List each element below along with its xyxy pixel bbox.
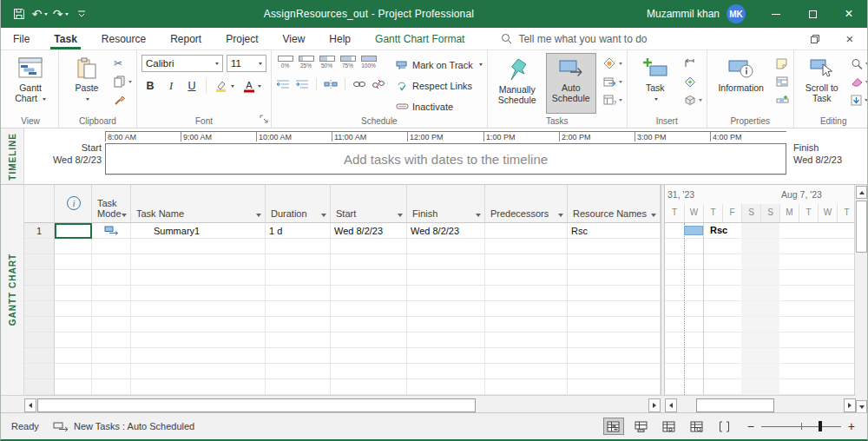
insert-summary-task-button[interactable] — [684, 56, 702, 70]
filter-icon[interactable] — [321, 214, 326, 217]
finish-cell[interactable]: Wed 8/2/23 — [407, 223, 485, 239]
table-cell[interactable] — [485, 364, 568, 379]
row-number-cell[interactable] — [24, 254, 55, 270]
table-cell[interactable] — [131, 379, 266, 395]
tab-report[interactable]: Report — [158, 28, 214, 49]
add-to-timeline-button[interactable] — [776, 93, 789, 107]
task-notes-button[interactable] — [776, 56, 789, 70]
info-column-header[interactable]: i — [55, 185, 92, 223]
table-cell[interactable] — [485, 348, 568, 364]
table-cell[interactable] — [407, 254, 485, 270]
horizontal-scroll-thumb[interactable] — [696, 398, 774, 412]
table-cell[interactable] — [92, 348, 131, 364]
table-cell[interactable] — [131, 286, 266, 301]
paste-button[interactable]: Paste — [63, 53, 110, 114]
table-cell[interactable] — [485, 332, 568, 348]
table-cell[interactable] — [485, 270, 568, 286]
table-cell[interactable] — [407, 270, 485, 286]
table-cell[interactable] — [485, 239, 568, 254]
predecessors-cell[interactable] — [485, 223, 568, 239]
table-cell[interactable] — [92, 301, 131, 317]
table-cell[interactable] — [331, 286, 407, 301]
restore-down-button[interactable] — [798, 28, 832, 49]
view-gantt-chart-button[interactable] — [603, 418, 624, 435]
column-header-start[interactable]: Start — [331, 185, 407, 223]
table-cell[interactable] — [485, 254, 568, 270]
scroll-down-button[interactable] — [856, 400, 867, 413]
row-number-cell[interactable] — [24, 348, 55, 364]
table-cell[interactable] — [568, 332, 661, 348]
table-cell[interactable] — [266, 364, 331, 379]
table-cell[interactable] — [55, 332, 92, 348]
view-report-button[interactable] — [714, 418, 735, 435]
scroll-left-button[interactable] — [665, 398, 677, 412]
table-cell[interactable] — [131, 364, 266, 379]
table-cell[interactable] — [568, 254, 661, 270]
manually-schedule-button[interactable]: Manually Schedule — [492, 53, 542, 114]
inactivate-button[interactable]: Inactivate — [396, 98, 483, 115]
table-cell[interactable] — [92, 254, 131, 270]
table-cell[interactable] — [55, 301, 92, 317]
redo-button[interactable]: ↷ — [51, 3, 70, 24]
close-document-button[interactable]: × — [832, 28, 867, 49]
row-number-cell[interactable] — [24, 317, 55, 332]
column-header-duration[interactable]: Duration — [266, 185, 331, 223]
tab-resource[interactable]: Resource — [89, 28, 158, 49]
filter-icon[interactable] — [476, 214, 481, 217]
filter-icon[interactable] — [256, 214, 261, 217]
table-cell[interactable] — [92, 379, 131, 395]
gantt-chart-body[interactable]: Rsc — [665, 223, 856, 395]
table-cell[interactable] — [131, 239, 266, 254]
table-horizontal-scrollbar[interactable] — [24, 398, 661, 412]
row-number-cell[interactable] — [24, 270, 55, 286]
table-cell[interactable] — [485, 286, 568, 301]
table-cell[interactable] — [331, 379, 407, 395]
underline-button[interactable]: U — [183, 77, 201, 95]
filter-icon[interactable] — [122, 214, 127, 217]
filter-icon[interactable] — [651, 214, 656, 217]
table-cell[interactable] — [55, 364, 92, 379]
format-painter-button[interactable] — [114, 93, 132, 107]
view-task-usage-button[interactable] — [631, 418, 652, 435]
timeline-pane-tab[interactable]: TIMELINE — [1, 128, 24, 184]
table-cell[interactable] — [331, 301, 407, 317]
task-mode-cell[interactable] — [92, 223, 131, 239]
insert-task-button[interactable]: Task — [632, 53, 679, 114]
filter-icon[interactable] — [398, 214, 403, 217]
font-size-select[interactable]: 11 — [227, 55, 266, 72]
auto-schedule-button[interactable]: Auto Schedule — [546, 53, 596, 114]
copy-button[interactable] — [114, 75, 132, 89]
scroll-up-button[interactable] — [856, 186, 867, 199]
table-cell[interactable] — [407, 317, 485, 332]
inspect-task-button[interactable] — [603, 56, 622, 70]
task-bar-summary1[interactable] — [684, 226, 703, 235]
font-name-select[interactable]: Calibri — [141, 55, 223, 72]
column-header-resource-names[interactable]: Resource Names — [568, 185, 661, 223]
vertical-scrollbar[interactable] — [854, 185, 867, 414]
table-cell[interactable] — [568, 317, 661, 332]
table-cell[interactable] — [407, 239, 485, 254]
table-cell[interactable] — [485, 301, 568, 317]
table-cell[interactable] — [568, 301, 661, 317]
new-tasks-mode-button[interactable]: New Tasks : Auto Scheduled — [53, 421, 194, 431]
clear-button[interactable] — [851, 75, 868, 89]
row-number-cell[interactable] — [24, 379, 55, 395]
font-dialog-launcher[interactable] — [260, 114, 268, 126]
table-cell[interactable] — [266, 301, 331, 317]
close-button[interactable]: × — [831, 0, 867, 28]
table-cell[interactable] — [407, 286, 485, 301]
row-number-cell[interactable] — [24, 239, 55, 254]
table-cell[interactable] — [407, 364, 485, 379]
table-cell[interactable] — [266, 379, 331, 395]
scroll-right-button[interactable] — [844, 398, 856, 412]
zoom-out-button[interactable]: − — [747, 419, 754, 433]
table-cell[interactable] — [55, 270, 92, 286]
insert-milestone-button[interactable] — [684, 75, 702, 89]
filter-icon[interactable] — [558, 214, 563, 217]
table-cell[interactable] — [92, 270, 131, 286]
vertical-scroll-thumb[interactable] — [856, 201, 867, 253]
table-cell[interactable] — [266, 239, 331, 254]
table-cell[interactable] — [92, 332, 131, 348]
table-cell[interactable] — [331, 332, 407, 348]
task-name-cell[interactable]: Summary1 — [131, 223, 266, 239]
